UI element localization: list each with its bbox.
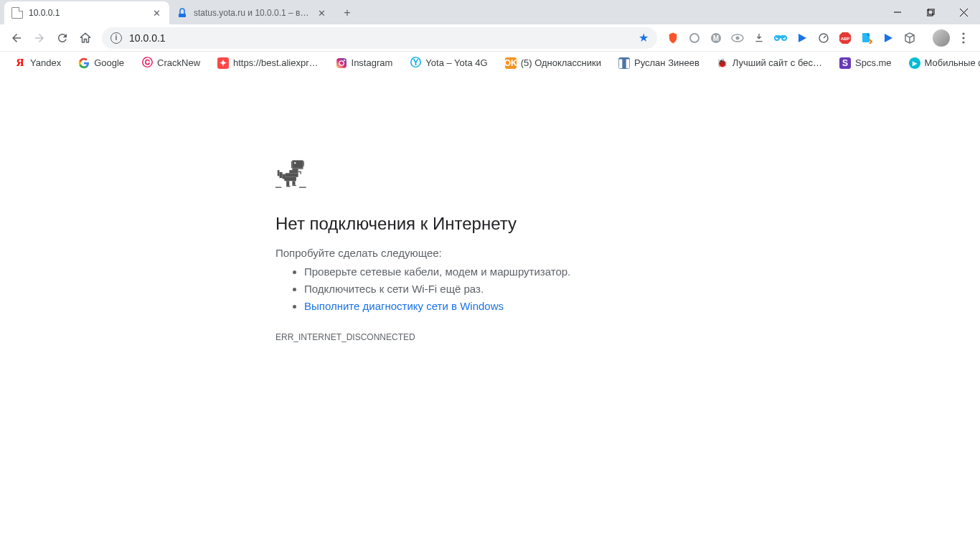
diagnostics-link[interactable]: Выполните диагностику сети в Windows — [304, 300, 504, 312]
bookmark-label: (5) Одноклассники — [521, 57, 601, 68]
extension-play-blue2-icon[interactable] — [878, 28, 898, 48]
bookmark-odnoklassniki[interactable]: OK (5) Одноклассники — [498, 53, 608, 73]
bookmark-ruslan[interactable]: ❚❚ Руслан Зинеев — [611, 53, 707, 73]
svg-rect-40 — [286, 186, 291, 187]
error-suggestion-item: Проверьте сетевые кабели, модем и маршру… — [304, 263, 706, 281]
bookmark-google[interactable]: Google — [71, 53, 131, 73]
bookmark-label: Yota – Yota 4G — [425, 57, 487, 68]
error-suggestion-item: Подключитесь к сети Wi-Fi ещё раз. — [304, 281, 706, 298]
tab-title: status.yota.ru и 10.0.0.1 – вход в — [194, 8, 310, 18]
new-tab-button[interactable]: + — [337, 3, 357, 23]
svg-rect-36 — [278, 170, 280, 176]
address-bar[interactable]: i 10.0.0.1 ★ — [102, 27, 657, 49]
svg-point-10 — [736, 36, 740, 39]
svg-rect-3 — [928, 9, 934, 14]
extension-cube-icon[interactable] — [900, 28, 920, 48]
svg-text:M: M — [713, 34, 719, 42]
extension-play-blue-icon[interactable] — [792, 28, 812, 48]
svg-rect-25 — [291, 161, 292, 169]
bookmark-label: Instagram — [352, 57, 393, 68]
site-info-icon[interactable]: i — [110, 32, 122, 44]
tab-active[interactable]: 10.0.0.1 ✕ — [4, 1, 169, 24]
dino-icon[interactable] — [275, 158, 307, 192]
bookmarks-bar: Я Yandex Google ⓒ CrackNew ✦ https://bes… — [0, 52, 980, 75]
toolbar: i 10.0.0.1 ★ M ABP — [0, 24, 980, 52]
tab-strip: 10.0.0.1 ✕ status.yota.ru и 10.0.0.1 – в… — [0, 0, 980, 24]
svg-rect-31 — [298, 171, 301, 172]
window-controls — [881, 0, 980, 24]
svg-rect-28 — [292, 168, 298, 170]
svg-line-14 — [824, 36, 826, 38]
extension-circle-icon[interactable] — [684, 28, 705, 48]
bookmark-label: Google — [94, 57, 124, 68]
url-text: 10.0.0.1 — [129, 32, 631, 44]
bookmark-instagram[interactable]: Instagram — [329, 53, 400, 73]
bookmark-aliexpress[interactable]: ✦ https://best.aliexpr… — [210, 53, 326, 73]
svg-rect-39 — [292, 181, 295, 185]
svg-point-18 — [962, 32, 964, 34]
file-icon — [11, 7, 23, 19]
bookmark-label: Yandex — [30, 57, 61, 68]
instagram-icon — [336, 57, 347, 69]
google-icon — [78, 57, 90, 69]
svg-rect-30 — [289, 170, 298, 173]
svg-point-6 — [690, 34, 699, 42]
extensions-separator — [921, 28, 930, 48]
back-button[interactable] — [6, 27, 27, 49]
spcs-icon: S — [839, 57, 851, 69]
svg-rect-41 — [292, 185, 296, 186]
tab-close-button[interactable]: ✕ — [316, 7, 327, 19]
yota-icon: Ⓨ — [410, 57, 421, 69]
svg-rect-29 — [298, 168, 303, 169]
page-content: Нет подключения к Интернету Попробуйте с… — [0, 75, 980, 551]
profile-avatar[interactable] — [931, 28, 951, 48]
svg-rect-37 — [284, 177, 296, 182]
home-button[interactable] — [75, 27, 96, 49]
svg-rect-24 — [292, 160, 303, 168]
extension-doc-icon[interactable] — [857, 28, 877, 48]
aliexpress-icon: ✦ — [217, 57, 229, 69]
extension-eye-icon[interactable] — [727, 28, 748, 48]
bookmark-yandex[interactable]: Я Yandex — [7, 53, 68, 73]
bookmark-spcs[interactable]: S Spcs.me — [832, 53, 899, 73]
bookmark-best-site[interactable]: 🐞 Лучший сайт с бес… — [710, 53, 829, 73]
close-window-button[interactable] — [947, 0, 980, 24]
extension-infinity-icon[interactable] — [771, 28, 791, 48]
downloads-icon[interactable] — [749, 28, 769, 48]
tab-close-button[interactable]: ✕ — [151, 7, 162, 19]
svg-rect-26 — [303, 161, 304, 166]
reload-button[interactable] — [52, 27, 73, 49]
bookmark-star-icon[interactable]: ★ — [639, 31, 649, 44]
error-suggestion-list: Проверьте сетевые кабели, модем и маршру… — [275, 263, 706, 315]
error-suggestion-item: Выполните диагностику сети в Windows — [304, 298, 706, 315]
bookmark-yota[interactable]: Ⓨ Yota – Yota 4G — [402, 53, 494, 73]
chrome-menu-button[interactable] — [953, 27, 974, 49]
cracknew-icon: ⓒ — [141, 57, 153, 69]
extension-m-icon[interactable]: M — [706, 28, 726, 48]
error-container: Нет подключения к Интернету Попробуйте с… — [275, 158, 706, 342]
extension-gauge-icon[interactable] — [814, 28, 834, 48]
svg-rect-38 — [286, 181, 289, 186]
svg-rect-21 — [336, 58, 347, 68]
minimize-button[interactable] — [881, 0, 914, 24]
svg-text:ABP: ABP — [841, 37, 850, 41]
svg-rect-32 — [300, 172, 301, 174]
svg-rect-35 — [280, 172, 283, 178]
odnoklassniki-icon: OK — [505, 57, 517, 69]
bookmark-mobile-films[interactable]: ▸ Мобильные фильм… — [902, 53, 980, 73]
bookmark-label: Мобильные фильм… — [925, 57, 980, 68]
tab-inactive[interactable]: status.yota.ru и 10.0.0.1 – вход в ✕ — [169, 1, 334, 24]
bookmark-label: CrackNew — [157, 57, 200, 68]
error-heading: Нет подключения к Интернету — [275, 214, 706, 234]
yandex-icon: Я — [14, 57, 26, 69]
pause-icon: ❚❚ — [618, 57, 630, 69]
extension-brave-icon[interactable] — [663, 28, 683, 48]
svg-point-23 — [344, 60, 345, 61]
error-code: ERR_INTERNET_DISCONNECTED — [275, 332, 706, 342]
forward-button[interactable] — [29, 27, 50, 49]
maximize-button[interactable] — [914, 0, 947, 24]
bookmark-cracknew[interactable]: ⓒ CrackNew — [134, 53, 207, 73]
error-subheading: Попробуйте сделать следующее: — [275, 247, 706, 259]
bookmark-label: Руслан Зинеев — [634, 57, 699, 68]
extension-abp-icon[interactable]: ABP — [835, 28, 855, 48]
